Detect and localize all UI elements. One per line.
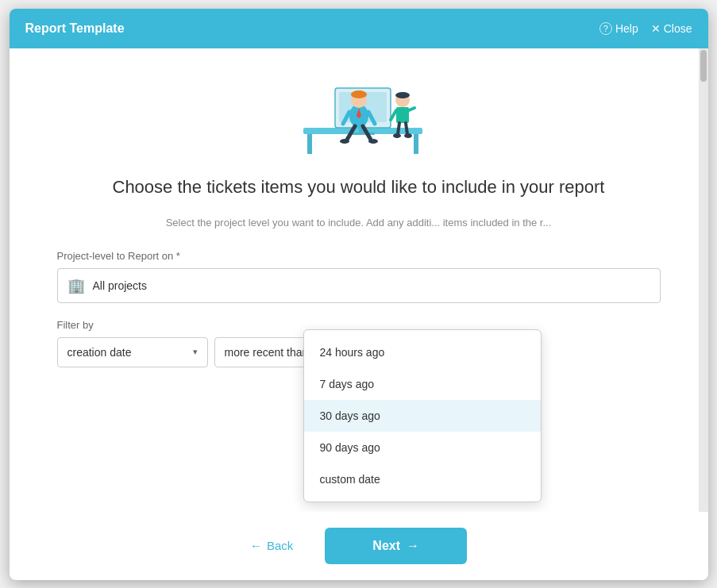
svg-rect-19 bbox=[396, 107, 409, 123]
filter-row: creation date ▾ more recent than ▾ no se… bbox=[57, 337, 661, 367]
svg-point-15 bbox=[340, 139, 349, 144]
modal-title: Report Template bbox=[25, 21, 125, 36]
svg-line-22 bbox=[398, 123, 399, 134]
svg-line-20 bbox=[391, 110, 396, 120]
modal-body: Choose the tickets items you would like … bbox=[10, 48, 708, 512]
form-section: Project-level to Report on * 🏢 All proje… bbox=[57, 250, 661, 367]
scrollbar[interactable] bbox=[699, 48, 708, 512]
arrow-left-icon: ← bbox=[250, 539, 262, 552]
next-label: Next bbox=[372, 539, 400, 553]
help-icon: ? bbox=[599, 22, 612, 35]
next-button[interactable]: Next → bbox=[325, 528, 467, 564]
modal-wrapper: Report Template ? Help ✕ Close bbox=[0, 0, 717, 588]
close-icon: ✕ bbox=[651, 22, 661, 35]
back-button[interactable]: ← Back bbox=[250, 539, 293, 552]
close-label: Close bbox=[664, 22, 692, 35]
svg-line-21 bbox=[409, 108, 414, 110]
dropdown-popup: 24 hours ago 7 days ago 30 days ago 90 d… bbox=[303, 329, 542, 502]
arrow-right-icon: → bbox=[407, 539, 419, 553]
svg-point-16 bbox=[368, 139, 378, 144]
modal-header: Report Template ? Help ✕ Close bbox=[10, 9, 708, 48]
dropdown-item-custom[interactable]: custom date bbox=[304, 463, 541, 495]
dropdown-item-90d[interactable]: 90 days ago bbox=[304, 432, 541, 463]
modal: Report Template ? Help ✕ Close bbox=[10, 9, 708, 580]
project-field-label: Project-level to Report on * bbox=[57, 250, 661, 262]
modal-footer: ← Back Next → bbox=[10, 512, 708, 580]
dropdown-item-24h[interactable]: 24 hours ago bbox=[304, 336, 541, 368]
project-select[interactable]: 🏢 All projects bbox=[57, 268, 661, 303]
main-heading: Choose the tickets items you would like … bbox=[113, 175, 605, 200]
project-select-value: All projects bbox=[93, 279, 147, 292]
dropdown-item-30d[interactable]: 30 days ago bbox=[304, 400, 541, 432]
filter-date-value: creation date bbox=[67, 346, 132, 359]
svg-point-24 bbox=[393, 133, 401, 138]
chevron-down-icon: ▾ bbox=[193, 347, 198, 357]
svg-point-25 bbox=[404, 133, 412, 138]
svg-line-23 bbox=[406, 123, 407, 134]
content-area: Choose the tickets items you would like … bbox=[10, 159, 708, 512]
header-actions: ? Help ✕ Close bbox=[599, 22, 692, 35]
help-button[interactable]: ? Help bbox=[599, 22, 638, 35]
illustration bbox=[279, 56, 438, 159]
sub-text: Select the project level you want to inc… bbox=[166, 215, 552, 231]
dropdown-item-7d[interactable]: 7 days ago bbox=[304, 368, 541, 400]
close-button[interactable]: ✕ Close bbox=[651, 22, 692, 35]
building-icon: 🏢 bbox=[67, 277, 85, 294]
svg-rect-1 bbox=[307, 134, 312, 154]
filter-condition-value: more recent than bbox=[225, 346, 309, 359]
svg-rect-2 bbox=[414, 134, 418, 154]
svg-point-9 bbox=[351, 90, 367, 98]
scrollbar-thumb bbox=[700, 50, 707, 82]
filter-date-select[interactable]: creation date ▾ bbox=[57, 337, 208, 367]
svg-point-18 bbox=[395, 92, 410, 98]
svg-rect-6 bbox=[351, 133, 375, 135]
back-label: Back bbox=[267, 539, 293, 552]
help-label: Help bbox=[615, 22, 638, 35]
